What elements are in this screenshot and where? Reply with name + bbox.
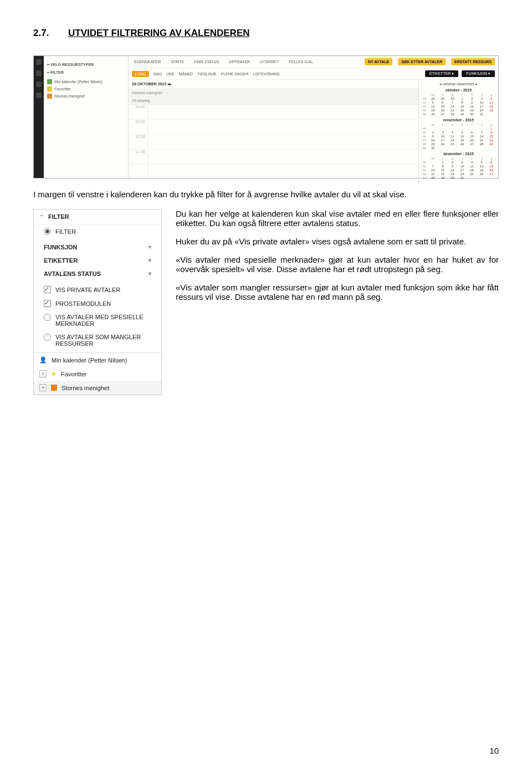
range-label[interactable]: ◂ oktober-desember ▸ — [421, 82, 496, 86]
rail-icon[interactable] — [36, 59, 42, 65]
paragraph: Huker du av på «Vis private avtaler» vis… — [176, 237, 499, 246]
heading-number: 2.7. — [33, 28, 49, 38]
menu-finn[interactable]: FINN STATUS — [192, 59, 221, 65]
erstatt-ressurs-button[interactable]: ERSTATT RESSURS — [451, 58, 495, 65]
menu-utskrift[interactable]: UTSKRIFT — [258, 59, 281, 65]
filter-panel-screenshot: ⌃ FILTER FILTER FUNKSJON▾ ETIKETTER▾ AVT… — [33, 209, 162, 395]
sok-avtaler-button[interactable]: SØK ETTER AVTALER — [398, 58, 446, 65]
left-sidebar: ━ VELG RESSURSTYPER ━ FILTER Min kalende… — [44, 56, 129, 178]
day-grid: 08:00 09:00 10:00 11:00 — [129, 105, 418, 184]
hour-label: 08:00 — [129, 105, 145, 120]
chevron-down-icon: ▾ — [149, 244, 151, 250]
dropdown-etiketter[interactable]: ETIKETTER▾ — [34, 254, 161, 267]
vertical-rail — [34, 56, 44, 178]
rail-icon[interactable] — [36, 81, 42, 87]
dropdown-funksjon[interactable]: FUNKSJON▾ — [34, 241, 161, 254]
view-flere[interactable]: FLERE DAGER — [221, 72, 248, 76]
mini-month-grid[interactable]: mtotfls491234565078910111213511415161718… — [421, 157, 496, 180]
menu-egenskaper[interactable]: EGENSKAPER — [132, 59, 163, 65]
star-icon — [47, 86, 52, 91]
paragraph: Du kan her velge at kalenderen kun skal … — [176, 209, 499, 228]
view-idag[interactable]: I DAG — [132, 71, 149, 77]
etiketter-pill[interactable]: ETIKETTER ▾ — [425, 70, 458, 77]
heading-title: UTVIDET FILTRERING AV KALENDEREN — [68, 28, 249, 38]
mini-month-grid[interactable]: mtotfls402829301234415678910114212131415… — [421, 93, 496, 116]
view-dag[interactable]: DAG — [154, 72, 162, 76]
paragraph: «Vis avtaler som mangler ressurser» gjør… — [176, 283, 499, 301]
chevron-down-icon: ▾ — [149, 257, 151, 264]
velg-ressurs-header[interactable]: ━ VELG RESSURSTYPER — [47, 63, 125, 67]
checkbox-prostemodulen[interactable]: PROSTEMODULEN — [34, 296, 161, 310]
hour-label: 09:00 — [129, 120, 145, 135]
radio-vis-mangler[interactable]: VIS AVTALER SOM MANGLERRESSURSER — [34, 330, 161, 350]
square-icon — [47, 94, 52, 99]
paragraph: «Vis avtaler med spesielle merknader» gj… — [176, 255, 499, 274]
hour-label: 11:00 — [129, 150, 145, 165]
body-text: Du kan her velge at kalenderen kun skal … — [176, 209, 499, 310]
checkbox-vis-private[interactable]: VIS PRIVATE AVTALER — [34, 283, 161, 296]
view-bar: I DAG DAG UKE MÅNED TIDSLINJE FLERE DAGE… — [129, 68, 498, 80]
star-icon: ★ — [51, 370, 57, 377]
menu-oppdater[interactable]: OPPDATER — [227, 59, 252, 65]
checkbox-icon[interactable] — [44, 286, 51, 293]
radio-vis-spesielle[interactable]: VIS AVTALER MED SPESIELLEMERKNADER — [34, 310, 161, 330]
view-tidslinje[interactable]: TIDSLINJE — [197, 72, 217, 76]
view-uke[interactable]: UKE — [166, 72, 174, 76]
list-stornes[interactable]: + Stornes menighet — [34, 381, 161, 395]
hour-label: 10:00 — [129, 135, 145, 150]
mini-month-label: november - 2015 — [421, 118, 496, 122]
center-area: EGENSKAPER SORTE FINN STATUS OPPDATER UT… — [129, 56, 498, 178]
rail-icon[interactable] — [36, 93, 42, 98]
checkbox-icon[interactable] — [44, 300, 51, 307]
grid-body[interactable] — [148, 105, 418, 184]
radio-icon[interactable] — [44, 228, 51, 235]
person-icon: 👤 — [39, 356, 47, 364]
chevron-down-icon: ▾ — [149, 270, 151, 277]
section-heading: 2.7. UTVIDET FILTRERING AV KALENDEREN — [33, 28, 499, 39]
view-maned[interactable]: MÅNED — [179, 72, 193, 76]
funksjon-pill[interactable]: FUNKSJON ▾ — [462, 70, 495, 77]
date-line[interactable]: 28 OKTOBER 2015 ◂▸ — [129, 80, 418, 89]
mini-calendar-panel: ◂ oktober-desember ▸ oktober - 2015mtotf… — [418, 80, 498, 184]
list-favorites[interactable]: + ★ Favoritter — [34, 367, 161, 381]
mini-month-label: oktober - 2015 — [421, 88, 496, 92]
expand-icon[interactable]: + — [39, 370, 47, 377]
sidebar-stornes[interactable]: Stornes menighet — [47, 93, 125, 100]
filter-header[interactable]: ━ FILTER — [47, 70, 125, 75]
expand-icon[interactable]: + — [39, 384, 47, 391]
person-icon — [47, 79, 52, 84]
sidebar-favorites[interactable]: Favoritter — [47, 85, 125, 93]
sidebar-my-calendar[interactable]: Min kalender (Petter Nilsen) — [47, 78, 125, 85]
radio-icon[interactable] — [44, 314, 51, 321]
menu-sorte[interactable]: SORTE — [168, 59, 186, 65]
mini-month-label: desember - 2015 — [421, 152, 496, 156]
list-my-calendar[interactable]: 👤 Min kalender (Petter Nilsen) — [34, 353, 161, 367]
view-liste[interactable]: LISTEVISNING — [253, 72, 279, 76]
chevron-up-icon: ⌃ — [39, 214, 44, 220]
filter-heading[interactable]: ⌃ FILTER — [34, 209, 161, 224]
day-header-date: 28 onsdag — [129, 97, 418, 105]
mini-month-grid[interactable]: mtotfls441452345678469101112131415471617… — [421, 123, 496, 150]
rail-icon[interactable] — [36, 70, 42, 76]
menu-felles[interactable]: FELLES ICAL — [287, 59, 315, 65]
intro-paragraph: I margen til venstre i kalenderen kan du… — [33, 190, 499, 199]
ny-avtale-button[interactable]: NY AVTALE — [365, 58, 392, 65]
top-toolbar: EGENSKAPER SORTE FINN STATUS OPPDATER UT… — [129, 56, 498, 68]
radio-icon[interactable] — [44, 334, 51, 341]
filter-radio-row[interactable]: FILTER — [34, 224, 161, 238]
day-header-group: Stornes menighet — [129, 89, 418, 97]
calendar-app-screenshot: ━ VELG RESSURSTYPER ━ FILTER Min kalende… — [33, 55, 499, 178]
square-icon — [51, 385, 57, 391]
dropdown-avtalens-status[interactable]: AVTALENS STATUS▾ — [34, 267, 161, 280]
